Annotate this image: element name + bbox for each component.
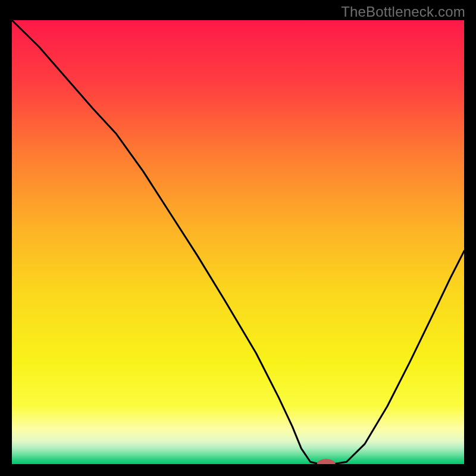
bottleneck-chart: [12, 20, 464, 464]
gradient-background: [12, 20, 464, 464]
watermark-text: TheBottleneck.com: [341, 4, 465, 20]
chart-frame: TheBottleneck.com: [0, 0, 476, 476]
plot-area: [12, 20, 464, 464]
